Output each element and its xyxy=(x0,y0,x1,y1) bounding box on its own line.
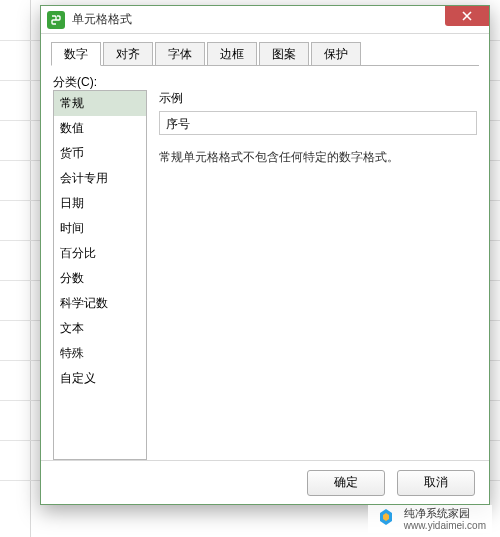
tab-pattern[interactable]: 图案 xyxy=(259,42,309,65)
close-button[interactable] xyxy=(445,6,489,26)
tab-alignment[interactable]: 对齐 xyxy=(103,42,153,65)
category-item[interactable]: 科学记数 xyxy=(54,291,146,316)
dialog-body: 数字 对齐 字体 边框 图案 保护 分类(C): 常规 数值 货币 会计专用 日… xyxy=(51,42,479,460)
number-panel: 分类(C): 常规 数值 货币 会计专用 日期 时间 百分比 分数 科学记数 文… xyxy=(51,66,479,460)
category-list[interactable]: 常规 数值 货币 会计专用 日期 时间 百分比 分数 科学记数 文本 特殊 自定… xyxy=(53,90,147,460)
dialog-footer: 确定 取消 xyxy=(41,460,489,504)
app-icon xyxy=(47,11,65,29)
format-description: 常规单元格格式不包含任何特定的数字格式。 xyxy=(159,149,477,166)
category-item[interactable]: 会计专用 xyxy=(54,166,146,191)
category-item[interactable]: 特殊 xyxy=(54,341,146,366)
category-item[interactable]: 分数 xyxy=(54,266,146,291)
cancel-button[interactable]: 取消 xyxy=(397,470,475,496)
category-item[interactable]: 自定义 xyxy=(54,366,146,391)
dialog-title: 单元格格式 xyxy=(72,11,132,28)
category-item[interactable]: 货币 xyxy=(54,141,146,166)
tab-font[interactable]: 字体 xyxy=(155,42,205,65)
category-item[interactable]: 百分比 xyxy=(54,241,146,266)
category-item[interactable]: 日期 xyxy=(54,191,146,216)
tab-strip: 数字 对齐 字体 边框 图案 保护 xyxy=(51,42,479,66)
category-item[interactable]: 常规 xyxy=(54,91,146,116)
tab-number[interactable]: 数字 xyxy=(51,42,101,66)
category-label: 分类(C): xyxy=(53,74,479,91)
ok-button[interactable]: 确定 xyxy=(307,470,385,496)
example-label: 示例 xyxy=(159,90,477,107)
detail-pane: 示例 序号 常规单元格格式不包含任何特定的数字格式。 xyxy=(159,90,477,460)
category-item[interactable]: 数值 xyxy=(54,116,146,141)
tab-protection[interactable]: 保护 xyxy=(311,42,361,65)
category-item[interactable]: 文本 xyxy=(54,316,146,341)
cell-format-dialog: 单元格格式 数字 对齐 字体 边框 图案 保护 分类(C): 常规 数值 货币 … xyxy=(40,5,490,505)
close-icon xyxy=(462,11,472,21)
tab-border[interactable]: 边框 xyxy=(207,42,257,65)
titlebar: 单元格格式 xyxy=(41,6,489,34)
example-value: 序号 xyxy=(159,111,477,135)
category-item[interactable]: 时间 xyxy=(54,216,146,241)
